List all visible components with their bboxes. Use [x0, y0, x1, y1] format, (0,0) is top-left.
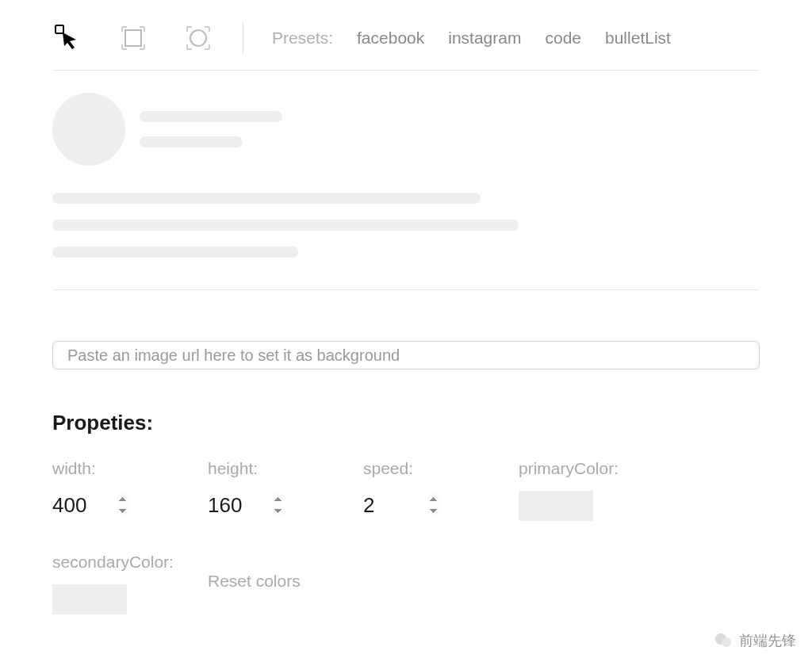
properties-title: Propeties:: [52, 411, 760, 435]
skeleton-title-lines: [140, 111, 282, 147]
circle-tool[interactable]: [182, 22, 214, 54]
cursor-icon: [52, 22, 84, 54]
wechat-icon: [714, 631, 733, 650]
width-field: width:: [52, 459, 208, 521]
properties-row-2: secondaryColor: Reset colors: [52, 553, 760, 614]
svg-point-10: [190, 30, 206, 46]
preset-bulletlist[interactable]: bulletList: [605, 29, 671, 48]
secondary-color-label: secondaryColor:: [52, 553, 208, 572]
presets-label: Presets:: [272, 29, 333, 48]
toolbar-divider: [243, 22, 243, 54]
cursor-tool[interactable]: [52, 22, 84, 54]
skeleton-line: [52, 220, 519, 231]
properties-row-1: width: height: speed: primaryColor:: [52, 459, 760, 521]
skeleton-line: [140, 136, 243, 147]
watermark: 前端先锋: [714, 631, 796, 650]
primary-color-swatch[interactable]: [519, 491, 593, 521]
secondary-color-swatch[interactable]: [52, 584, 127, 614]
reset-colors-button[interactable]: Reset colors: [208, 572, 301, 591]
presets: Presets: facebook instagram code bulletL…: [272, 29, 671, 48]
skeleton-preview[interactable]: [52, 71, 760, 290]
preset-facebook[interactable]: facebook: [357, 29, 424, 48]
width-input[interactable]: [52, 491, 128, 519]
primary-color-field: primaryColor:: [519, 459, 677, 521]
width-label: width:: [52, 459, 208, 478]
skeleton-header: [52, 93, 760, 166]
preset-code[interactable]: code: [545, 29, 581, 48]
skeleton-line: [52, 247, 298, 258]
rectangle-icon: [117, 22, 149, 54]
height-field: height:: [208, 459, 363, 521]
url-input-wrap: [52, 290, 760, 369]
watermark-text: 前端先锋: [739, 631, 796, 650]
skeleton-body: [52, 193, 760, 258]
speed-input[interactable]: [363, 491, 439, 519]
skeleton-line: [140, 111, 282, 122]
height-label: height:: [208, 459, 363, 478]
svg-point-20: [722, 637, 731, 647]
skeleton-avatar: [52, 93, 125, 166]
skeleton-line: [52, 193, 481, 204]
properties-panel: Propeties: width: height: speed: primary…: [52, 369, 760, 614]
toolbar: Presets: facebook instagram code bulletL…: [52, 0, 760, 71]
speed-label: speed:: [363, 459, 519, 478]
circle-icon: [182, 22, 214, 54]
svg-rect-0: [56, 25, 63, 33]
shape-tools: [52, 22, 214, 54]
height-input[interactable]: [208, 491, 284, 519]
speed-field: speed:: [363, 459, 519, 521]
secondary-color-field: secondaryColor:: [52, 553, 208, 614]
background-url-input[interactable]: [52, 341, 760, 369]
svg-rect-1: [125, 30, 141, 46]
primary-color-label: primaryColor:: [519, 459, 677, 478]
preset-instagram[interactable]: instagram: [448, 29, 521, 48]
rectangle-tool[interactable]: [117, 22, 149, 54]
